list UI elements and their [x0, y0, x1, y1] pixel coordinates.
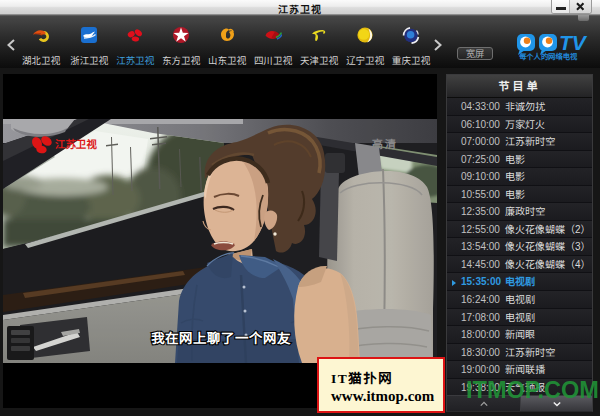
svg-text:每个人的网络电视: 每个人的网络电视	[519, 52, 578, 61]
svg-text:TV: TV	[559, 31, 588, 54]
svg-text:江苏卫视: 江苏卫视	[55, 138, 97, 150]
svg-text:我在网上聊了一个网友: 我在网上聊了一个网友	[151, 331, 291, 346]
svg-text:高清: 高清	[372, 138, 398, 150]
